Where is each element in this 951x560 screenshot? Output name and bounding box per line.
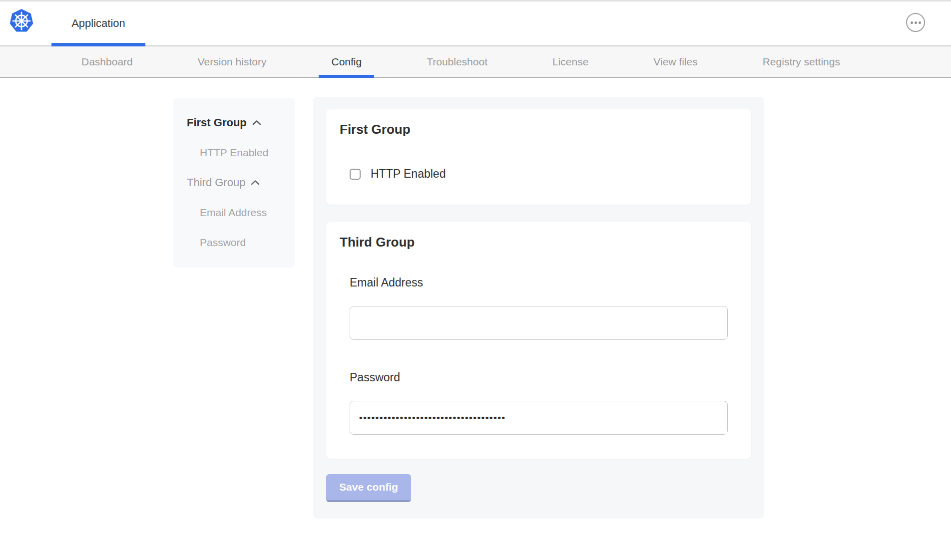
http-enabled-label[interactable]: HTTP Enabled [371,167,446,181]
sidebar-item-email-address[interactable]: Email Address [173,198,295,228]
config-page: First Group HTTP Enabled Third Group Ema… [0,78,951,559]
email-address-label: Email Address [350,276,738,289]
more-options-button[interactable] [906,13,925,32]
tab-dashboard[interactable]: Dashboard [69,46,145,77]
sidebar-item-label: First Group [187,116,247,129]
password-label: Password [350,371,738,384]
ellipsis-icon [911,21,913,24]
sidebar-item-label: Email Address [200,207,267,219]
save-config-button[interactable]: Save config [326,474,411,502]
sidebar-item-third-group[interactable]: Third Group [173,168,295,198]
group-title: First Group [340,122,738,137]
sidebar-item-first-group[interactable]: First Group [173,108,295,138]
config-form-panel: First Group HTTP Enabled Third Group Ema… [313,97,764,519]
tab-license[interactable]: License [540,46,601,77]
chevron-up-icon [251,179,260,186]
sidebar-item-label: HTTP Enabled [200,147,268,159]
config-group-sidebar: First Group HTTP Enabled Third Group Ema… [173,98,295,268]
chevron-up-icon [252,119,261,126]
sidebar-item-http-enabled[interactable]: HTTP Enabled [173,138,295,168]
tab-config[interactable]: Config [319,46,374,77]
sidebar-item-label: Password [200,237,246,249]
sidebar-item-label: Third Group [187,176,245,189]
config-group-card-third: Third Group Email Address Password [326,222,751,459]
password-input[interactable] [350,401,728,435]
config-group-card-first: First Group HTTP Enabled [326,109,751,205]
http-enabled-field: HTTP Enabled [350,167,738,181]
app-header: Application [0,1,951,46]
tab-version-history[interactable]: Version history [185,46,279,77]
http-enabled-checkbox[interactable] [350,169,361,180]
group-title: Third Group [340,235,738,250]
tab-troubleshoot[interactable]: Troubleshoot [414,46,500,77]
kubernetes-logo-icon [9,8,34,34]
email-address-input[interactable] [350,306,728,340]
application-tab[interactable]: Application [51,1,145,45]
app-subnav: Dashboard Version history Config Trouble… [0,46,951,78]
tab-view-files[interactable]: View files [641,46,710,77]
sidebar-item-password[interactable]: Password [173,228,295,258]
tab-registry-settings[interactable]: Registry settings [750,46,853,77]
